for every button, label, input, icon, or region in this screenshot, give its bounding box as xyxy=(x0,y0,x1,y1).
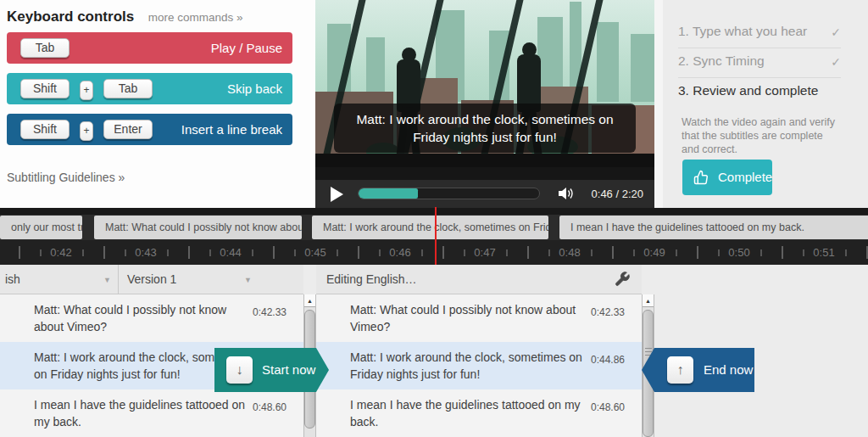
arrow-left-tip xyxy=(642,348,654,392)
ruler-tick xyxy=(676,249,677,256)
subtitle-row[interactable]: I mean I have the guidelines tattooed on… xyxy=(0,389,303,437)
timeline-segment[interactable]: Matt: I work around the clock, sometimes… xyxy=(312,216,548,239)
subtitle-editor-app: Keyboard controls more commands » TabPla… xyxy=(0,0,868,437)
subtitle-row[interactable]: Matt: What could I possibly not know abo… xyxy=(316,294,642,342)
ruler-tick xyxy=(82,249,84,256)
keycap: Shift xyxy=(20,79,70,98)
ruler-tick xyxy=(633,249,635,256)
video-player[interactable]: Matt: I work around the clock, sometimes… xyxy=(315,0,654,208)
start-now-button[interactable]: ↓ Start now xyxy=(214,348,316,392)
ruler-label: 0:51 xyxy=(803,246,845,259)
ruler-label: 0:42 xyxy=(40,246,82,259)
ruler-tick xyxy=(845,249,847,256)
ruler-label: 0:48 xyxy=(548,246,591,259)
ruler-label: 0:45 xyxy=(294,246,337,259)
subtitle-text: Matt: What could I possibly not know abo… xyxy=(34,301,253,335)
ruler-label: 0:47 xyxy=(464,246,506,259)
timeline-segments: only our most tr…Matt: What could I poss… xyxy=(0,215,868,240)
subtitle-line: Friday nights just for fun! xyxy=(339,128,631,146)
keycap: + xyxy=(80,121,93,141)
ruler-tick xyxy=(697,246,698,259)
timeline-segment[interactable]: Matt: What could I possibly not know abo… xyxy=(94,216,302,239)
header-divider xyxy=(118,265,119,294)
step-label: 1. Type what you hear xyxy=(678,24,807,38)
arrow-right-tip xyxy=(316,348,329,392)
keycap: Enter xyxy=(103,120,153,139)
ruler-label: 0:49 xyxy=(633,246,676,259)
timeline[interactable]: only our most tr…Matt: What could I poss… xyxy=(0,208,868,265)
complete-button-label: Complete xyxy=(718,170,772,184)
timeline-segment[interactable]: only our most tr… xyxy=(0,216,82,239)
down-arrow-key-icon: ↓ xyxy=(226,356,253,384)
chevron-down-icon[interactable]: ▼ xyxy=(244,276,252,284)
subtitle-timestamp: 0:44.86 xyxy=(591,351,625,368)
time-display: 0:46 / 2:20 xyxy=(592,188,643,200)
keycap: Tab xyxy=(103,79,153,98)
shortcut-label: Skip back xyxy=(227,81,282,96)
editing-column: Editing English… Matt: What could I poss… xyxy=(316,265,642,437)
chevron-down-icon[interactable]: ▼ xyxy=(103,276,111,284)
ruler-label: 0:44 xyxy=(209,246,252,259)
ruler-tick xyxy=(442,246,444,259)
ruler-tick xyxy=(782,246,783,259)
language-select[interactable]: ish xyxy=(5,272,20,286)
thumbs-up-icon xyxy=(693,170,709,185)
step-label: 3. Review and complete xyxy=(678,83,818,98)
progress-bar[interactable] xyxy=(358,188,540,199)
review-instructions: Watch the video again and verify that th… xyxy=(682,115,836,156)
complete-button[interactable]: Complete xyxy=(682,160,772,195)
reference-column-header: ish ▼ Version 1 ▼ xyxy=(0,265,303,294)
timeline-segment[interactable]: I mean I have the guidelines tattooed on… xyxy=(559,216,868,239)
more-commands-link[interactable]: more commands » xyxy=(148,11,243,24)
steps-list: 1. Type what you hear✓2. Sync Timing✓3. … xyxy=(678,19,868,107)
subtitle-timestamp: 0:42.33 xyxy=(253,304,287,321)
step-item: 3. Review and complete xyxy=(678,78,841,107)
ruler-tick xyxy=(125,249,126,256)
ruler-tick xyxy=(19,246,20,259)
subtitle-line: Matt: I work around the clock, sometimes… xyxy=(339,110,631,128)
checkmark-icon: ✓ xyxy=(831,25,841,39)
ruler-tick xyxy=(252,249,253,256)
ruler-tick xyxy=(209,249,211,256)
ruler-tick xyxy=(188,246,190,259)
subtitle-row[interactable]: Matt: What could I possibly not know abo… xyxy=(0,294,303,342)
end-now-button[interactable]: ↑ End now xyxy=(654,348,754,392)
keyboard-controls-panel: Keyboard controls more commands » TabPla… xyxy=(0,0,315,208)
editing-subtitle-rows: Matt: What could I possibly not know abo… xyxy=(316,294,642,437)
shortcut-row: Shift+TabSkip back xyxy=(7,73,292,104)
ruler-label: 0:43 xyxy=(125,246,167,259)
keycap: Tab xyxy=(20,38,70,58)
ruler-tick xyxy=(612,246,614,259)
end-now-label: End now xyxy=(704,362,753,377)
wrench-icon[interactable] xyxy=(614,271,631,288)
volume-icon[interactable] xyxy=(559,187,576,200)
ruler-tick xyxy=(421,249,423,256)
ruler-tick xyxy=(464,249,465,256)
ruler-tick xyxy=(527,246,529,259)
ruler-label: 0:50 xyxy=(718,246,760,259)
step-item: 1. Type what you hear✓ xyxy=(678,19,841,48)
start-now-label: Start now xyxy=(262,362,315,377)
subtitle-row[interactable]: I mean I have the guidelines tattooed on… xyxy=(316,389,642,437)
checkmark-icon: ✓ xyxy=(831,55,841,69)
ruler-tick xyxy=(506,249,508,256)
scroll-up-button[interactable]: ▲ xyxy=(304,294,315,307)
scroll-up-button[interactable]: ▲ xyxy=(643,294,654,307)
version-select[interactable]: Version 1 xyxy=(127,272,176,286)
subtitling-guidelines-link[interactable]: Subtitling Guidelines » xyxy=(7,171,125,184)
timeline-top-strip xyxy=(0,208,868,215)
ruler-tick xyxy=(718,249,720,256)
shortcut-list: TabPlay / PauseShift+TabSkip backShift+E… xyxy=(0,32,315,145)
ruler-tick xyxy=(379,249,381,256)
editing-column-header: Editing English… xyxy=(316,265,642,294)
progress-fill xyxy=(359,188,418,199)
keycap: + xyxy=(80,81,93,100)
ruler-tick xyxy=(358,246,359,259)
ruler-tick xyxy=(548,249,550,256)
timeline-ruler: 0:420:430:440:450:460:470:480:490:500:51 xyxy=(0,240,868,265)
play-button[interactable] xyxy=(331,187,343,202)
subtitle-row[interactable]: Matt: I work around the clock, sometimes… xyxy=(316,342,642,389)
subtitle-timestamp: 0:42.33 xyxy=(591,304,625,321)
ruler-tick xyxy=(294,249,296,256)
playhead[interactable] xyxy=(435,207,437,265)
